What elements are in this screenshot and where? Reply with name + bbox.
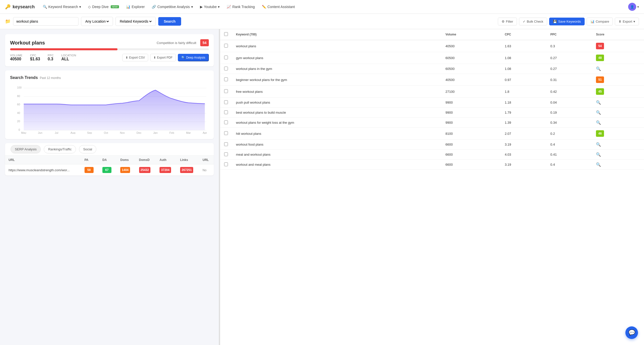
nav-keyword-research[interactable]: 🔍 Keyword Research ▾ xyxy=(40,3,84,10)
save-keywords-button[interactable]: 💾 Save Keywords xyxy=(549,18,585,25)
row-checkbox-2[interactable] xyxy=(224,67,228,70)
select-all-checkbox[interactable] xyxy=(224,32,228,36)
user-avatar[interactable]: 👤 xyxy=(628,3,636,11)
filter-button[interactable]: ⚙ Filter xyxy=(498,18,517,25)
compare-button[interactable]: 📊 Compare xyxy=(587,18,613,25)
col-links: Links xyxy=(177,156,199,164)
row-checkbox-4[interactable] xyxy=(224,89,228,93)
table-row: workout and meal plans 6600 3.19 0.4 🔍 xyxy=(220,160,644,170)
progress-bar-fill xyxy=(10,48,117,50)
svg-text:Apr: Apr xyxy=(203,131,207,134)
table-row: workout food plans 6600 3.19 0.4 🔍 xyxy=(220,140,644,150)
col-pa: PA xyxy=(81,156,99,164)
row-checkbox-6[interactable] xyxy=(224,110,228,114)
cell-keyword: workout plans xyxy=(232,40,441,52)
tab-rankings-traffic[interactable]: Rankings/Traffic xyxy=(44,145,76,153)
cell-url-status: No xyxy=(199,164,214,176)
export-csv-button[interactable]: ⬇ Export CSV xyxy=(122,54,148,61)
score-badge: 54 xyxy=(596,43,604,49)
search-score-button[interactable]: 🔍 xyxy=(596,66,601,71)
cell-cpc: 4.03 xyxy=(501,150,546,160)
cell-pa: 58 xyxy=(81,164,99,176)
row-checkbox-0[interactable] xyxy=(224,44,228,48)
search-actions: ⚙ Filter ✓ Bulk Check 💾 Save Keywords 📊 … xyxy=(184,18,639,25)
svg-text:Nov: Nov xyxy=(120,131,125,134)
row-checkbox-10[interactable] xyxy=(224,152,228,156)
cell-score: 51 xyxy=(592,74,644,86)
row-checkbox-1[interactable] xyxy=(224,56,228,59)
table-row: https://www.muscleandstrength.com/wor...… xyxy=(5,164,214,176)
row-checkbox-11[interactable] xyxy=(224,162,228,166)
search-button[interactable]: Search xyxy=(158,17,181,26)
diamond-icon: ◇ xyxy=(88,5,91,9)
export-button[interactable]: ⬇ Export ▾ xyxy=(615,18,639,25)
tab-social[interactable]: Social xyxy=(79,145,96,153)
folder-icon[interactable]: 📁 xyxy=(5,19,11,24)
svg-text:Jan: Jan xyxy=(153,131,158,134)
navbar: 🔑 keysearch 🔍 Keyword Research ▾ ◇ Deep … xyxy=(0,0,644,14)
cell-keyword: workout food plans xyxy=(232,140,441,150)
row-checkbox-9[interactable] xyxy=(224,142,228,146)
cell-volume: 6600 xyxy=(441,150,501,160)
chat-bubble[interactable]: 💬 xyxy=(625,326,638,339)
nav-explorer[interactable]: 📊 Explorer xyxy=(123,3,148,10)
table-row: workout plans for weight loss at the gym… xyxy=(220,118,644,128)
nav-competitive-analysis[interactable]: 🔗 Competitive Analysis ▾ xyxy=(149,3,196,10)
cell-score: 🔍 xyxy=(592,140,644,150)
keyword-type-select-wrap[interactable]: Related Keywords xyxy=(115,17,156,26)
th-ppc[interactable]: PPC xyxy=(546,29,592,40)
location-select-wrap[interactable]: Any Location xyxy=(81,17,113,26)
chevron-down-icon: ▾ xyxy=(79,5,81,9)
download-icon: ⬇ xyxy=(126,56,128,59)
search-score-button[interactable]: 🔍 xyxy=(596,142,601,147)
tab-serp-analysis[interactable]: SERP Analysis xyxy=(11,145,41,153)
cell-doms: 1404 xyxy=(117,164,135,176)
svg-text:40: 40 xyxy=(17,111,20,114)
cell-keyword: workout plans for weight loss at the gym xyxy=(232,118,441,128)
deep-analysis-icon: 🔍 xyxy=(181,56,185,59)
cell-ppc: 0.41 xyxy=(546,150,592,160)
chevron-down-icon-3: ▾ xyxy=(218,5,220,9)
row-checkbox-8[interactable] xyxy=(224,131,228,135)
location-select[interactable]: Any Location xyxy=(84,19,110,24)
nav-youtube[interactable]: ▶ Youtube ▾ xyxy=(197,3,223,10)
deep-analysis-button[interactable]: 🔍 Deep Analysis xyxy=(178,54,209,61)
cell-links: 267251 xyxy=(177,164,199,176)
cell-ppc: 0.27 xyxy=(546,64,592,74)
row-checkbox-7[interactable] xyxy=(224,120,228,124)
th-cpc[interactable]: CPC xyxy=(501,29,546,40)
search-nav-icon: 🔍 xyxy=(43,5,47,9)
search-score-button[interactable]: 🔍 xyxy=(596,100,601,105)
bulk-check-button[interactable]: ✓ Bulk Check xyxy=(519,18,547,25)
row-checkbox-5[interactable] xyxy=(224,100,228,104)
search-input[interactable] xyxy=(16,19,75,23)
stat-ppc: PPC 0.3 xyxy=(48,54,54,61)
search-score-button[interactable]: 🔍 xyxy=(596,162,601,167)
svg-text:Feb: Feb xyxy=(170,131,174,134)
table-row: push pull workout plans 9900 1.18 0.04 🔍 xyxy=(220,98,644,108)
row-checkbox-3[interactable] xyxy=(224,77,228,81)
search-score-button[interactable]: 🔍 xyxy=(596,110,601,115)
search-score-button[interactable]: 🔍 xyxy=(596,152,601,157)
save-icon: 💾 xyxy=(553,20,557,23)
logo[interactable]: 🔑 keysearch xyxy=(5,4,35,10)
nav-content-assistant[interactable]: ✏️ Content Assistant xyxy=(259,3,298,10)
keyword-score-badge: 54 xyxy=(200,39,209,46)
nav-deep-dive[interactable]: ◇ Deep Dive NEW! xyxy=(85,3,122,10)
nav-rank-tracking[interactable]: 📈 Rank Tracking xyxy=(224,3,258,10)
th-volume[interactable]: Volume xyxy=(441,29,501,40)
cell-ppc: 0.27 xyxy=(546,52,592,64)
competition-text: Competition is fairly difficult xyxy=(157,41,196,45)
export-pdf-button[interactable]: ⬇ Export PDF xyxy=(150,54,176,61)
search-bar: 📁 Any Location Related Keywords Search ⚙… xyxy=(0,14,644,29)
cell-da: 67 xyxy=(99,164,117,176)
cell-cpc: 3.19 xyxy=(501,140,546,150)
cell-cpc: 1.39 xyxy=(501,118,546,128)
col-url2: URL xyxy=(199,156,214,164)
keyword-type-select[interactable]: Related Keywords xyxy=(119,19,152,24)
search-score-button[interactable]: 🔍 xyxy=(596,120,601,125)
cell-keyword: workout and meal plans xyxy=(232,160,441,170)
cell-keyword: free workout plans xyxy=(232,86,441,98)
th-score[interactable]: Score xyxy=(592,29,644,40)
svg-text:Jul: Jul xyxy=(55,131,58,134)
